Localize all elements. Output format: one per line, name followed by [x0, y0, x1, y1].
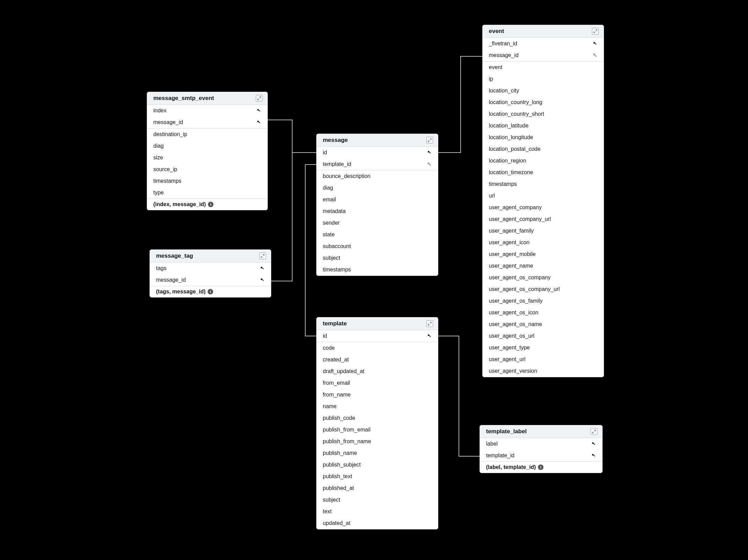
expand-icon[interactable]	[259, 253, 266, 259]
field-row: diag	[147, 140, 267, 152]
field-row: created_at	[317, 354, 438, 366]
table-title: message	[323, 137, 348, 144]
field-name: user_agent_os_name	[489, 321, 597, 327]
expand-icon[interactable]	[426, 137, 433, 144]
connector-label-to-template	[438, 336, 480, 456]
field-name: location_timezone	[489, 169, 597, 176]
field-row: location_postal_code	[483, 143, 604, 155]
info-icon[interactable]: i	[208, 289, 213, 294]
expand-icon[interactable]	[256, 95, 263, 102]
primary-key-icon	[593, 41, 597, 46]
primary-key-icon	[256, 108, 261, 113]
field-row: user_agent_mobile	[483, 248, 604, 260]
primary-key-icon	[256, 120, 261, 125]
field-name: type	[153, 190, 261, 196]
field-row: message_id	[150, 274, 271, 286]
field-name: id	[323, 149, 427, 156]
primary-key-icon	[260, 278, 265, 282]
field-row: user_agent_name	[483, 260, 604, 272]
field-name: location_region	[489, 158, 597, 164]
field-row: message_id	[483, 49, 604, 61]
field-row: subaccount	[317, 240, 438, 252]
table-title: event	[489, 28, 504, 35]
field-name: user_agent_icon	[489, 239, 597, 246]
field-name: user_agent_os_url	[489, 333, 597, 339]
field-name: user_agent_family	[489, 228, 597, 234]
field-name: size	[153, 155, 261, 161]
field-row: draft_updated_at	[317, 366, 438, 377]
field-row: user_agent_url	[483, 354, 604, 365]
diagram-canvas: { "tables": { "message_smtp_event": { "t…	[0, 0, 748, 560]
primary-key-icon	[427, 150, 432, 155]
info-icon[interactable]: i	[538, 464, 543, 470]
expand-icon[interactable]	[426, 320, 433, 327]
info-icon[interactable]: i	[208, 202, 213, 207]
field-name: user_agent_type	[489, 345, 597, 351]
field-name: from_name	[323, 392, 432, 398]
table-template_label: template_labellabeltemplate_id(label, te…	[480, 425, 603, 473]
field-row: email	[317, 194, 438, 205]
field-name: template_id	[486, 452, 591, 459]
field-row: metadata	[317, 205, 438, 217]
field-name: draft_updated_at	[323, 368, 432, 374]
field-row: location_timezone	[483, 167, 604, 178]
field-name: diag	[323, 185, 432, 191]
field-row: _fivetran_id	[483, 38, 604, 49]
field-name: url	[489, 193, 597, 199]
field-name: location_postal_code	[489, 146, 597, 152]
field-name: id	[323, 333, 427, 339]
field-name: user_agent_os_company	[489, 275, 597, 281]
field-name: name	[323, 403, 432, 410]
field-row: user_agent_os_url	[483, 330, 604, 342]
field-row: user_agent_company	[483, 202, 604, 213]
composite-key-row: (label, template_id)i	[480, 461, 602, 473]
table-message: messageidtemplate_idbounce_descriptiondi…	[316, 134, 438, 276]
field-row: location_region	[483, 155, 604, 167]
field-row: timestamps	[483, 178, 604, 190]
field-row: publish_from_name	[317, 436, 438, 447]
field-row: user_agent_icon	[483, 237, 604, 248]
field-name: event	[489, 64, 597, 70]
composite-key-label: (tags, message_id)	[156, 289, 206, 295]
field-row: index	[147, 105, 267, 116]
table-header: message_smtp_event	[147, 92, 267, 105]
field-row: id	[317, 147, 438, 158]
field-name: user_agent_os_family	[489, 298, 597, 304]
connector-event-to-message	[438, 56, 482, 153]
field-name: tags	[156, 265, 260, 271]
field-row: publish_code	[317, 412, 438, 424]
composite-key-label: (label, template_id)	[486, 464, 536, 470]
field-name: bounce_description	[323, 173, 432, 179]
field-name: subject	[323, 255, 432, 261]
connector-tag-to-message	[271, 153, 316, 281]
field-row: from_email	[317, 377, 438, 389]
expand-icon[interactable]	[591, 428, 597, 435]
field-name: published_at	[323, 485, 432, 491]
field-row: user_agent_os_icon	[483, 307, 604, 318]
field-name: user_agent_url	[489, 356, 597, 362]
field-row: label	[480, 438, 602, 450]
field-row: timestamps	[317, 264, 438, 276]
field-row: text	[317, 506, 438, 517]
field-name: user_agent_os_icon	[489, 310, 597, 316]
field-name: location_city	[489, 88, 597, 94]
field-row: user_agent_company_url	[483, 213, 604, 225]
table-header: message_tag	[150, 250, 271, 262]
svg-point-22	[594, 54, 595, 55]
field-row: tags	[150, 262, 271, 274]
field-name: publish_name	[323, 450, 432, 456]
field-name: template_id	[323, 161, 427, 167]
field-row: publish_name	[317, 447, 438, 459]
field-name: text	[323, 508, 432, 515]
field-row: sender	[317, 217, 438, 229]
field-name: user_agent_company_url	[489, 216, 597, 222]
expand-icon[interactable]	[592, 28, 599, 35]
field-row: location_country_short	[483, 108, 604, 120]
field-row: id	[317, 330, 438, 342]
field-name: label	[486, 441, 591, 447]
field-name: location_country_short	[489, 111, 597, 117]
foreign-key-icon	[593, 53, 597, 58]
table-message_smtp_event: message_smtp_eventindexmessage_iddestina…	[147, 92, 268, 210]
field-name: source_ip	[153, 166, 261, 172]
field-name: from_email	[323, 380, 432, 386]
